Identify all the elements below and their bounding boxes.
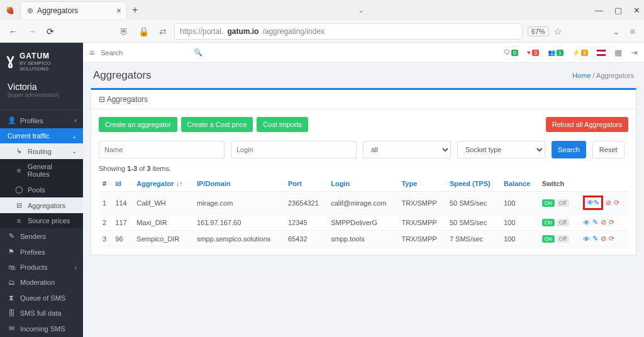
filter-socket-select[interactable]: Socket type [457, 141, 545, 158]
pocket-icon[interactable]: ⌄ [610, 25, 623, 38]
actions-cell: 👁✎⊘⟳ [579, 214, 629, 231]
bookmark-star-icon[interactable]: ☆ [554, 26, 562, 36]
search-icon[interactable]: 🔍 [194, 48, 203, 57]
breadcrumb: Home / Aggregators [572, 72, 634, 79]
view-icon[interactable]: 👁 [583, 219, 590, 226]
switch-cell[interactable]: OnOff [538, 214, 579, 231]
moderation-icon: 🗂 [8, 279, 15, 286]
edit-icon[interactable]: ✎ [594, 199, 599, 207]
delete-icon[interactable]: ⊘ [601, 235, 606, 243]
switch-off[interactable]: Off [557, 235, 569, 243]
sidebar-item-full-data[interactable]: 🗄SMS full data [0, 306, 83, 321]
sidebar-item-source-prices[interactable]: ≡Source prices [0, 213, 83, 228]
sidebar-item-pools[interactable]: ◯Pools [0, 182, 83, 197]
switch-on[interactable]: On [542, 219, 555, 226]
logout-icon[interactable]: ⇥ [631, 48, 638, 57]
nav-reload-icon[interactable]: ⟳ [44, 25, 57, 38]
breadcrumb-home[interactable]: Home [572, 72, 591, 79]
sidebar-label: Source prices [28, 217, 70, 224]
badge-c[interactable]: 👥1 [548, 49, 564, 56]
zoom-level[interactable]: 67% [528, 26, 549, 36]
cost-imports-button[interactable]: Cost imports [257, 117, 308, 132]
create-cost-price-button[interactable]: Create a Cost price [181, 117, 253, 132]
switch-cell[interactable]: OnOff [538, 231, 579, 247]
browser-tab[interactable]: ⊕ Aggregators × [20, 1, 127, 19]
url-path: /aggregating/index [262, 27, 325, 36]
queue-icon: ⧗ [8, 294, 15, 302]
create-aggregator-button[interactable]: Create an aggregator [99, 117, 177, 132]
window-close-icon[interactable]: ✕ [633, 6, 640, 15]
table-cell: 100 [500, 231, 538, 247]
sidebar-item-profiles[interactable]: 👤Profiles‹ [0, 113, 83, 128]
sidebar-label: Senders [20, 233, 46, 240]
top-search-input[interactable] [101, 49, 187, 57]
switch-off[interactable]: Off [557, 219, 569, 226]
edit-icon[interactable]: ✎ [592, 218, 598, 226]
reload-icon[interactable]: ⟳ [614, 199, 619, 207]
nav-back-icon[interactable]: ← [6, 25, 20, 38]
col-speed[interactable]: Speed (TPS) [446, 176, 500, 192]
badge-d[interactable]: ⚡3 [572, 49, 588, 56]
reload-all-button[interactable]: Reload all Aggregators [546, 117, 628, 132]
reload-icon[interactable]: ⟳ [609, 235, 614, 243]
sidebar-item-moderation[interactable]: 🗂Moderation [0, 275, 83, 290]
sidebar-item-products[interactable]: 🛍Products‹ [0, 260, 83, 275]
delete-icon[interactable]: ⊘ [606, 199, 611, 207]
sidebar-item-aggregators[interactable]: ⊟Aggregators [0, 197, 83, 213]
sidebar-item-prefixes[interactable]: ⚑Prefixes [0, 244, 83, 260]
locale-flag-icon[interactable] [597, 50, 606, 56]
filter-login-input[interactable] [231, 141, 357, 158]
sidebar-label: General Routes [28, 163, 75, 178]
switch-on[interactable]: On [542, 235, 555, 243]
reset-button[interactable]: Reset [592, 141, 625, 158]
sidebar-item-queue[interactable]: ⧗Queue of SMS [0, 290, 83, 306]
col-aggregator[interactable]: Aggregator ↓↑ [133, 176, 193, 192]
col-ip[interactable]: IP/Domain [193, 176, 284, 192]
shield-icon[interactable]: ⛨ [117, 25, 131, 38]
filter-name-input[interactable] [99, 141, 225, 158]
sidebar-item-current-traffic[interactable]: Current traffic⌄ [0, 128, 83, 143]
url-input[interactable]: https://portal.gatum.io/aggregating/inde… [174, 23, 523, 40]
sidebar-item-general-routes[interactable]: ≡General Routes [0, 159, 83, 182]
delete-icon[interactable]: ⊘ [601, 218, 606, 226]
col-login[interactable]: Login [327, 176, 397, 192]
app-menu-icon[interactable]: ≡ [628, 25, 638, 38]
filter-row: all Socket type Search Reset [99, 141, 628, 158]
sidebar-item-senders[interactable]: ✎Senders [0, 228, 83, 244]
col-balance[interactable]: Balance [500, 176, 538, 192]
table-row: 2117Maxi_DIR161.97.167.6012345SMPPDelive… [99, 214, 628, 231]
pools-icon: ◯ [15, 185, 23, 194]
table-cell: TRX/SMPP [397, 214, 445, 231]
table-cell: 117 [111, 214, 133, 231]
sidebar-toggle-icon[interactable]: ≡ [89, 48, 94, 58]
tab-close-icon[interactable]: × [116, 6, 121, 16]
view-icon[interactable]: 👁 [587, 199, 594, 207]
user-role: [super administrator] [8, 92, 75, 98]
reload-icon[interactable]: ⟳ [609, 218, 614, 226]
sidebar-item-routing[interactable]: ↳Routing⌄ [0, 143, 83, 159]
sidebar-item-incoming[interactable]: ✉Incoming SMS [0, 321, 83, 336]
edit-icon[interactable]: ✎ [592, 235, 598, 243]
new-tab-button[interactable]: + [132, 4, 138, 16]
window-maximize-icon[interactable]: ▢ [614, 6, 622, 15]
switch-cell[interactable]: OnOff [538, 192, 579, 214]
panel-title: ⊟ Aggregators [91, 90, 636, 109]
permissions-icon[interactable]: ⇄ [157, 25, 169, 38]
filter-all-select[interactable]: all [363, 141, 451, 158]
switch-on[interactable]: On [542, 199, 555, 207]
badge-a[interactable]: 🗨0 [504, 49, 518, 56]
switch-off[interactable]: Off [557, 199, 569, 207]
col-port[interactable]: Port [284, 176, 327, 192]
view-icon[interactable]: 👁 [583, 235, 590, 243]
table-cell: Maxi_DIR [133, 214, 193, 231]
sort-asc-icon: ↓↑ [176, 180, 183, 187]
window-minimize-icon[interactable]: — [595, 6, 603, 15]
table-cell: 161.97.167.60 [193, 214, 284, 231]
badge-b[interactable]: ♥3 [527, 49, 539, 56]
grid-apps-icon[interactable]: ▦ [614, 48, 622, 57]
tab-favicon: ⊕ [27, 6, 33, 15]
search-button[interactable]: Search [552, 141, 586, 158]
col-type[interactable]: Type [397, 176, 445, 192]
col-id[interactable]: id [111, 176, 133, 192]
tabs-dropdown-icon[interactable]: ⌄ [358, 6, 364, 14]
